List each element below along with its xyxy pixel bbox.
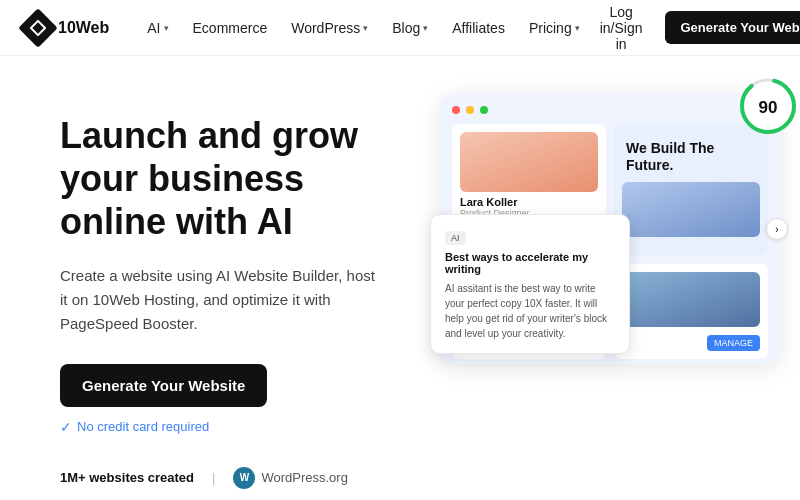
ai-chat-card: AI Best ways to accelerate my writing AI… [430,214,630,354]
wordpress-label: WordPress.org [261,470,347,485]
ai-chat-text: AI assitant is the best way to write you… [445,281,615,341]
nav-item-affiliates[interactable]: Affiliates [442,14,515,42]
navigation: 10Web AI ▾ Ecommerce WordPress ▾ Blog ▾ … [0,0,800,56]
landscape-image [622,272,760,327]
nav-item-blog[interactable]: Blog ▾ [382,14,438,42]
manage-row-3: MANAGE [622,331,760,351]
chevron-down-icon: ▾ [423,23,428,33]
dot-green [480,106,488,114]
hero-section: Launch and grow your business online wit… [0,56,800,500]
ai-chip-label: AI [445,231,466,245]
websites-stat: 1M+ websites created [60,470,194,485]
wp-circle-icon: W [233,467,255,489]
window-controls [452,106,768,114]
nav-arrow-right[interactable]: › [766,218,788,240]
no-credit-text: No credit card required [77,419,209,434]
chevron-down-icon: ▾ [164,23,169,33]
dot-yellow [466,106,474,114]
profile-image [460,132,598,192]
divider: | [212,470,215,485]
chevron-down-icon: ▾ [575,23,580,33]
ai-chat-title: Best ways to accelerate my writing [445,251,615,275]
profile-name: Lara Koller [460,196,598,208]
logo-diamond-icon [18,8,58,48]
logo-text: 10Web [58,19,109,37]
generate-website-hero-button[interactable]: Generate Your Website [60,364,267,407]
nav-item-ai[interactable]: AI ▾ [137,14,178,42]
no-credit-badge: ✓ No credit card required [60,419,420,435]
hero-stats: 1M+ websites created | W WordPress.org [60,467,420,489]
login-button[interactable]: Log in/Sign in [590,0,653,58]
nav-item-ecommerce[interactable]: Ecommerce [183,14,278,42]
hero-description: Create a website using AI Website Builde… [60,264,380,336]
check-icon: ✓ [60,419,72,435]
headline-image [622,182,760,237]
hero-title: Launch and grow your business online wit… [60,114,420,244]
wordpress-logo: W WordPress.org [233,467,347,489]
nav-item-pricing[interactable]: Pricing ▾ [519,14,590,42]
hero-preview: Lara Koller Product Designer MANAGE We B… [440,94,780,364]
hero-content: Launch and grow your business online wit… [60,104,420,489]
score-value: 90 [759,98,778,118]
manage-button-3[interactable]: MANAGE [707,335,760,351]
dot-red [452,106,460,114]
logo[interactable]: 10Web [24,14,109,42]
headline-card: We Build The Future. [614,124,768,256]
chevron-down-icon: ▾ [363,23,368,33]
nav-item-wordpress[interactable]: WordPress ▾ [281,14,378,42]
score-badge-wrap: 90 [738,76,798,140]
generate-website-nav-button[interactable]: Generate Your Website [665,11,801,44]
nav-actions: Log in/Sign in Generate Your Website [590,0,800,58]
nav-links: AI ▾ Ecommerce WordPress ▾ Blog ▾ Affili… [137,14,589,42]
landscape-card: MANAGE [614,264,768,359]
